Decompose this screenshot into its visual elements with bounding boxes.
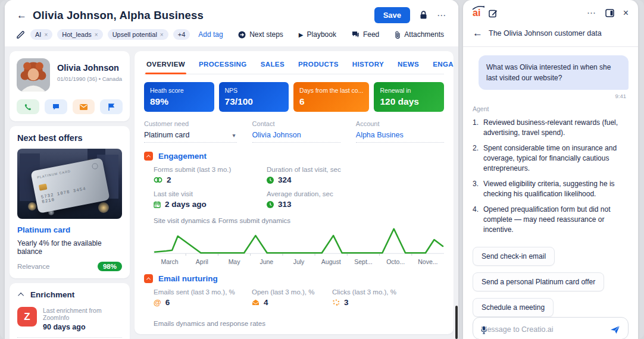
chat-icon: [52, 103, 60, 110]
user-message-bubble: What was Olivia interested in when she l…: [479, 55, 629, 90]
tag-label: Upsell potential: [112, 31, 157, 38]
enrichment-header[interactable]: Enrichment: [17, 290, 122, 299]
enrichment-value: 90 days ago: [43, 323, 122, 331]
clicks-icon: [332, 299, 340, 306]
message-input-box[interactable]: [473, 317, 629, 339]
tag-overflow-chip[interactable]: +4: [173, 29, 190, 40]
add-tag-button[interactable]: Add tag: [198, 30, 223, 39]
email-nurturing-section-header[interactable]: Email nurturing: [144, 274, 444, 283]
email-button[interactable]: [73, 99, 95, 114]
creatio-ai-logo[interactable]: ai: [473, 8, 480, 18]
overview-panel: OVERVIEW PROCESSING SALES PRODUCTS HISTO…: [135, 51, 454, 334]
lock-icon[interactable]: [420, 11, 427, 20]
tab-processing[interactable]: PROCESSING: [199, 61, 247, 68]
collapse-chevron-icon: [18, 293, 24, 299]
tag-remove-icon[interactable]: ×: [160, 32, 164, 38]
offers-title: Next best offers: [17, 133, 122, 143]
metric-nps: NPS 73/100: [219, 82, 289, 112]
ai-more-menu-icon[interactable]: ⋯: [587, 8, 596, 18]
call-button[interactable]: [17, 99, 39, 114]
conversation-title: The Olivia Johnson customer data: [489, 29, 602, 37]
tab-news[interactable]: NEWS: [398, 61, 419, 68]
flag-button[interactable]: [100, 99, 123, 114]
tag-chip[interactable]: AI ×: [30, 29, 52, 40]
tab-history[interactable]: HISTORY: [352, 61, 384, 68]
tag-chip[interactable]: Upsell potential ×: [108, 29, 168, 40]
tab-bar: OVERVIEW PROCESSING SALES PRODUCTS HISTO…: [144, 58, 444, 74]
engagement-stats: Forms submit (last 3 mo.) 2 Duration of …: [154, 166, 444, 209]
tag-label: +4: [178, 31, 186, 38]
contact-link[interactable]: Olivia Johnson: [252, 131, 301, 139]
conversation-back-icon[interactable]: ←: [473, 27, 483, 39]
scrollbar-thumb[interactable]: [455, 306, 458, 339]
playbook-button[interactable]: ▶ Playbook: [299, 30, 336, 39]
collapse-section-icon: [144, 152, 153, 161]
zoominfo-logo: Z: [17, 307, 37, 327]
contact-name: Olivia Johnson: [57, 63, 122, 73]
next-steps-button[interactable]: Next steps: [238, 30, 283, 39]
tab-engagement[interactable]: ENGAGEMENT: [433, 61, 454, 68]
close-panel-icon[interactable]: ×: [623, 8, 629, 18]
relevance-label: Relevance: [17, 263, 49, 270]
metric-health-score: Heath score 89%: [144, 82, 214, 112]
new-chat-icon[interactable]: [489, 9, 498, 18]
attachments-button[interactable]: Attachments: [395, 30, 444, 39]
chart-title: Site visit dynamics & Forms submit dynam…: [154, 217, 444, 224]
ai-panel-header: ai ⋯ ×: [463, 0, 638, 24]
microphone-icon[interactable]: [481, 326, 487, 334]
tab-sales[interactable]: SALES: [261, 61, 285, 68]
field-label: Customer need: [144, 120, 237, 127]
at-icon: @: [154, 298, 161, 307]
suggestion-send-platinum-offer[interactable]: Send a personal Platinum card offer: [473, 272, 604, 291]
record-header: ← Olivia Johnson, Alpha Business Save ⋯ …: [5, 0, 458, 46]
site-visit-chart: Site visit dynamics & Forms submit dynam…: [154, 217, 444, 265]
send-icon[interactable]: [610, 325, 620, 334]
card-chip: [39, 184, 48, 191]
conversation-header: ← The Olivia Johnson customer data: [463, 24, 638, 47]
enrichment-source: Last enrichment from ZoomInfo: [43, 307, 122, 321]
clock-icon: [267, 201, 274, 208]
chart-polyline: [155, 229, 443, 253]
agent-response-item: Reviewed business-relevant rewards (fuel…: [473, 118, 629, 138]
next-best-offers-card: Next best offers PLATINUM CARD 5732 1078…: [10, 126, 130, 278]
tag-remove-icon[interactable]: ×: [44, 32, 48, 38]
customer-need-dropdown[interactable]: Platinum card ▾: [144, 128, 237, 143]
avatar: [17, 58, 50, 92]
calendar-icon: [154, 201, 161, 208]
mail-icon: [80, 104, 87, 110]
message-timestamp: 9:41: [615, 93, 627, 99]
record-window: ← Olivia Johnson, Alpha Business Save ⋯ …: [5, 0, 458, 339]
dock-panel-icon[interactable]: [605, 9, 614, 17]
chart-ticks: [186, 253, 412, 256]
tag-label: Hot_leads: [62, 31, 92, 38]
mail-open-icon: [252, 299, 260, 306]
metric-days-last-contact: Days from the last co... 6: [293, 82, 369, 112]
more-menu-icon[interactable]: ⋯: [437, 10, 446, 21]
feed-button[interactable]: Feed: [352, 30, 379, 39]
metric-cards: Heath score 89% NPS 73/100 Days from the…: [144, 82, 444, 112]
tab-products[interactable]: PRODUCTS: [298, 61, 339, 68]
enrichment-card: Enrichment Z Last enrichment from ZoomIn…: [10, 283, 130, 339]
edit-tags-icon[interactable]: [17, 30, 24, 39]
suggestion-schedule-meeting[interactable]: Schedule a meeting: [473, 298, 554, 317]
tab-overview[interactable]: OVERVIEW: [146, 61, 185, 68]
chart-canvas: [154, 225, 444, 258]
play-icon: ▶: [299, 32, 304, 38]
feed-icon: [352, 31, 359, 38]
offer-image: PLATINUM CARD 5732 1078 3454 8210: [17, 149, 122, 219]
offer-name-link[interactable]: Platinum card: [17, 225, 122, 234]
profile-card: Olivia Johnson 01/01/1990 (36) • Canada: [10, 51, 130, 121]
account-link[interactable]: Alpha Busines: [356, 131, 404, 139]
save-button[interactable]: Save: [374, 7, 410, 23]
emails-dynamics-title: Emails dynamics and response rates: [154, 320, 444, 327]
chat-button[interactable]: [45, 99, 67, 114]
back-icon[interactable]: ←: [17, 10, 27, 21]
suggestion-send-checkin-email[interactable]: Send check-in email: [473, 247, 555, 266]
tag-chip[interactable]: Hot_leads ×: [57, 29, 102, 40]
tag-remove-icon[interactable]: ×: [95, 32, 98, 38]
field-label: Account: [356, 120, 444, 127]
metric-renewal: Renewal in 120 days: [374, 82, 444, 112]
engagement-section-header[interactable]: Engagement: [144, 152, 444, 161]
tag-label: AI: [35, 31, 41, 38]
page-title: Olivia Johnson, Alpha Business: [33, 9, 204, 22]
